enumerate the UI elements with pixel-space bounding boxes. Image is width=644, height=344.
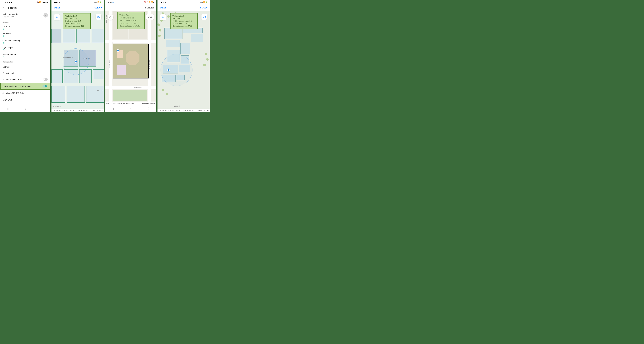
info-line: Vertical order: 2	[65, 15, 88, 17]
floor-badge[interactable]: OG1	[146, 14, 154, 20]
sensors-label: Sensors	[0, 20, 50, 24]
nav-home-icon[interactable]: ▢	[24, 107, 26, 110]
warn-icon: ▲	[9, 2, 10, 3]
signal-icon: 📶	[151, 2, 153, 3]
nav-home-icon[interactable]: ○	[130, 108, 131, 110]
status-bar: 11:51 ▮ ▲ ☁ 🔇 📶 ✈ 86% ▮	[0, 0, 50, 5]
map-canvas[interactable]: B223 Moeringgasse Wurzbachgasse Sorbaitg…	[105, 11, 156, 112]
esri-link[interactable]: Esri	[206, 109, 208, 111]
sensor-name: Compass Accuracy	[2, 39, 48, 42]
locate-button[interactable]: ➤	[160, 14, 166, 20]
back-button[interactable]: ‹ Maps	[54, 6, 60, 9]
config-label-text: Network	[2, 66, 10, 68]
tree-icon	[206, 58, 208, 61]
sensor-status: OK	[2, 49, 48, 51]
survey-button[interactable]: Survey	[94, 7, 102, 9]
bluedot	[167, 69, 170, 71]
info-line: Position source: WiFi	[120, 19, 142, 22]
locate-button[interactable]: ◎	[108, 14, 113, 20]
info-line: Vertical Order: 1	[120, 14, 142, 17]
esri-link[interactable]: Esri	[100, 109, 103, 111]
room-block	[92, 29, 104, 43]
route-label: B223	[110, 41, 115, 43]
config-path-snapping[interactable]: Path Snapping	[0, 70, 50, 76]
signout-button[interactable]: Sign Out	[0, 96, 50, 104]
street-label: Moeringgasse	[109, 60, 110, 68]
config-show-surveyed[interactable]: Show Surveyed Areas	[0, 76, 50, 83]
tree-icon	[167, 15, 170, 18]
config-network[interactable]: Network	[0, 64, 50, 70]
status-time: 11:51	[2, 1, 7, 3]
street-label: Wurzbachgasse	[149, 60, 150, 70]
bluedot	[117, 49, 119, 52]
room-block	[52, 86, 65, 103]
toggle-additional[interactable]	[42, 85, 47, 88]
config-show-additional[interactable]: Show Additional Location Info	[0, 83, 50, 90]
campus-building	[180, 43, 190, 54]
map-canvas[interactable]: W State St ➤ O3 Vertical order: 2 Level …	[158, 11, 210, 112]
nav-back-icon[interactable]: 〈	[41, 107, 43, 110]
map-header: ‹ Maps Survey	[52, 5, 104, 11]
sensor-location[interactable]: Location OK	[0, 24, 50, 31]
accuracy-circle	[160, 54, 192, 86]
sensor-compass[interactable]: Compass Accuracy OK	[0, 38, 50, 45]
info-line: Transmitter count: 40	[120, 22, 142, 25]
back-arrow-icon[interactable]: ←	[107, 6, 110, 9]
attr-left: Esri Community Maps Contributors, Loma L…	[52, 109, 90, 111]
street-label: Sorbaitgasse	[134, 87, 142, 89]
map-canvas[interactable]: O3n-A Collab Area *O3n - Shasta *O3e - W…	[52, 11, 104, 112]
locate-button[interactable]: ➤	[54, 14, 60, 20]
status-sos: SOS	[94, 2, 97, 3]
floor-badge[interactable]: O3	[202, 14, 207, 20]
floor-badge[interactable]: O3	[96, 14, 102, 20]
avatar[interactable]: HT	[44, 13, 48, 18]
status-time: 09:49	[54, 1, 58, 3]
profile-content[interactable]: tester_viennardc ips@esri.com HT Sensors…	[0, 12, 50, 105]
sensor-gyroscope[interactable]: Gyroscope OK	[0, 45, 50, 52]
wifi-icon: 📶	[203, 2, 205, 3]
esri-link[interactable]: Esri	[152, 102, 155, 104]
survey-button[interactable]: SURVEY	[145, 7, 154, 9]
tree-icon	[158, 35, 161, 37]
close-icon[interactable]: ✕	[2, 6, 5, 10]
status-bar: 10:36 ◉ ⏰ 📍 📶 📶 ▮	[105, 0, 156, 5]
attr-right: Powered by Esri	[198, 109, 208, 111]
map-attribution: Esri Community Maps Contributors, Loma L…	[52, 109, 104, 112]
wifi-icon: 📶	[148, 2, 150, 3]
battery-icon: ▮	[153, 2, 154, 3]
map-attribution: Esri Community Maps Contributors, Loma L…	[158, 109, 210, 112]
toggle-surveyed[interactable]	[43, 78, 48, 81]
wifi-icon: 📶	[39, 2, 41, 3]
sensor-name: Location	[2, 25, 48, 28]
nav-recents-icon[interactable]: |||	[113, 108, 114, 110]
room-block	[62, 29, 75, 43]
nav-recents-icon[interactable]: |||	[7, 108, 9, 110]
back-label: Maps	[161, 7, 166, 9]
user-row[interactable]: tester_viennardc ips@esri.com HT	[0, 12, 50, 20]
android-nav: ||| ▢ 〈	[0, 105, 50, 112]
location-pin-icon: 📍	[146, 2, 148, 3]
user-email: ips@esri.com	[2, 16, 18, 18]
campus-building	[191, 34, 203, 42]
phone-profile: 11:51 ▮ ▲ ☁ 🔇 📶 ✈ 86% ▮ ✕ Profile tester…	[0, 0, 50, 112]
room-block	[86, 86, 104, 103]
room-block	[76, 29, 90, 43]
back-label: Maps	[55, 7, 60, 9]
info-line: Transmitter count: N/A	[172, 22, 195, 25]
sensor-bluetooth[interactable]: Bluetooth OK	[0, 31, 50, 38]
chevron-left-icon: ‹	[54, 6, 55, 9]
nav-back-icon[interactable]: 〈	[146, 107, 149, 110]
attr-right: Powered by Esri	[142, 102, 155, 104]
info-line: Vertical order: 2	[172, 15, 195, 17]
tree-icon	[158, 24, 160, 26]
config-label-text: Show Additional Location Info	[3, 85, 30, 88]
back-button[interactable]: ‹ Maps	[160, 6, 166, 9]
airplane-icon: ✈	[42, 2, 43, 3]
sensor-status: OK	[2, 42, 48, 44]
survey-button[interactable]: Survey	[200, 7, 208, 9]
sensor-accelerometer[interactable]: Accelerometer OK	[0, 52, 50, 60]
phone-map-wifi: 10:36 ◉ ⏰ 📍 📶 📶 ▮ ← SURVEY B223 Moeringg…	[105, 0, 156, 112]
alarm-icon: ⏰	[144, 2, 146, 3]
config-about[interactable]: About ArcGIS IPS Setup	[0, 90, 50, 96]
info-line: Level name: O3	[65, 17, 88, 20]
